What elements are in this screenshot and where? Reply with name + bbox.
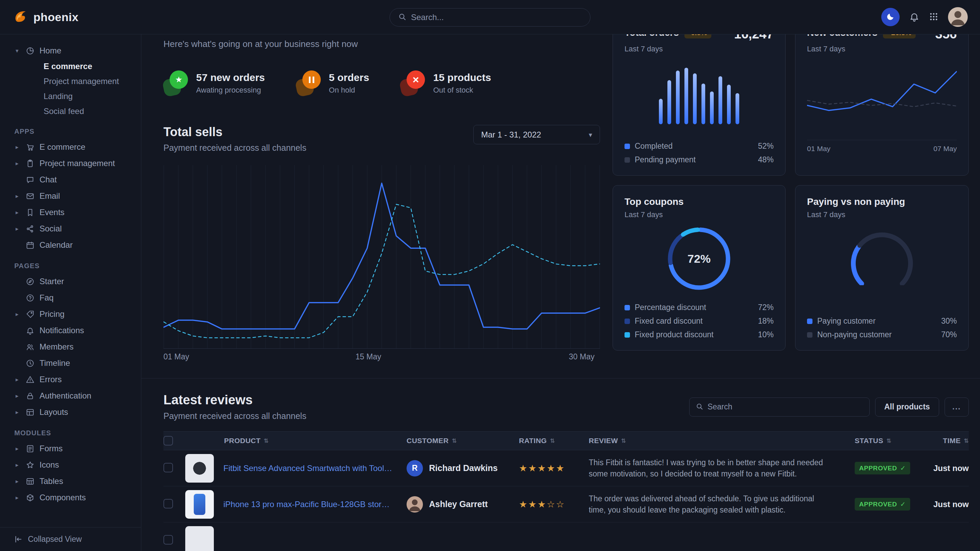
sidebar-item-label: Faq — [40, 293, 54, 303]
column-label: REVIEW — [589, 437, 618, 445]
collapse-label: Collapsed View — [28, 535, 82, 544]
sort-icon: ⇅ — [964, 437, 969, 445]
sidebar-subitem-social-feed[interactable]: Social feed — [0, 104, 141, 119]
sidebar-item-layouts[interactable]: ▸Layouts — [0, 404, 141, 420]
legend-value: 30% — [941, 316, 957, 326]
row-checkbox[interactable] — [164, 463, 173, 472]
help-icon — [25, 293, 34, 302]
sidebar-subitem-project-management[interactable]: Project management — [0, 74, 141, 89]
product-link[interactable]: Fitbit Sense Advanced Smartwatch with To… — [223, 464, 394, 473]
pie-icon — [25, 46, 34, 55]
sidebar-item-label: Starter — [40, 277, 64, 286]
sidebar-item-chat[interactable]: Chat — [0, 171, 141, 188]
review-cell: The order was delivered ahead of schedul… — [589, 493, 855, 515]
lock-icon — [25, 391, 34, 400]
sidebar-subitem-e-commerce[interactable]: E commerce — [0, 59, 141, 74]
sidebar-item-label: E commerce — [40, 142, 86, 152]
chevron-down-icon: ▾ — [589, 131, 592, 139]
select-all-checkbox[interactable] — [164, 436, 173, 446]
legend-value: 72% — [758, 303, 774, 312]
total-sells-subtitle: Payment received across all channels — [164, 143, 307, 153]
x-stat-icon: × — [401, 70, 425, 95]
row-checkbox[interactable] — [164, 535, 173, 545]
caret-icon: ▸ — [14, 160, 21, 167]
sidebar-item-label: Layouts — [40, 407, 68, 417]
more-options-button[interactable]: ... — [945, 397, 969, 416]
review-cell: This Fitbit is fantastic! I was trying t… — [589, 457, 855, 479]
brand[interactable]: phoenix — [12, 8, 78, 25]
sidebar-item-authentication[interactable]: ▸Authentication — [0, 387, 141, 404]
sidebar-item-notifications[interactable]: Notifications — [0, 322, 141, 339]
product-cell: Fitbit Sense Advanced Smartwatch with To… — [185, 454, 407, 483]
customer-cell: RRichard Dawkins — [407, 460, 519, 476]
stat-out-of-stock: ×15 productsOut of stock — [401, 70, 491, 95]
column-label: CUSTOMER — [407, 437, 449, 445]
column-header-product[interactable]: PRODUCT⇅ — [185, 437, 407, 445]
mail-icon — [25, 192, 34, 200]
sidebar-item-label: Members — [40, 342, 73, 352]
collapsed-view-button[interactable]: Collapsed View — [0, 527, 141, 551]
sidebar-item-project-management[interactable]: ▸Project management — [0, 155, 141, 171]
all-products-button[interactable]: All products — [875, 397, 939, 416]
sidebar-item-faq[interactable]: Faq — [0, 290, 141, 306]
caret-icon: ▸ — [14, 478, 21, 485]
sidebar-item-components[interactable]: ▸Components — [0, 489, 141, 506]
stat-caption: On hold — [329, 86, 369, 95]
sidebar-section-label: APPS — [0, 128, 141, 135]
share-icon — [25, 224, 34, 233]
total-sells-title: Total sells — [164, 125, 307, 139]
legend-label: Completed — [635, 141, 673, 151]
search-input[interactable] — [411, 13, 582, 22]
status-badge: APPROVED✓ — [855, 462, 910, 475]
legend-swatch — [625, 144, 630, 149]
sidebar-item-errors[interactable]: ▸Errors — [0, 371, 141, 387]
cart-icon — [25, 143, 34, 151]
legend-value: 10% — [758, 330, 774, 339]
sidebar-item-social[interactable]: ▸Social — [0, 221, 141, 237]
sidebar-item-home[interactable]: ▾Home — [0, 43, 141, 59]
check-icon: ✓ — [900, 464, 906, 472]
global-search[interactable] — [390, 8, 590, 27]
sidebar-item-tables[interactable]: ▸Tables — [0, 473, 141, 489]
product-link[interactable]: iPhone 13 pro max-Pacific Blue-128GB sto… — [223, 500, 394, 509]
user-avatar[interactable] — [948, 7, 968, 27]
total-orders-card: Total orders -6.8% 16,247 Last 7 days Co… — [612, 16, 786, 176]
column-header-review[interactable]: REVIEW⇅ — [589, 437, 855, 445]
sidebar-item-calendar[interactable]: Calendar — [0, 237, 141, 253]
sidebar-item-label: Tables — [40, 476, 63, 486]
apps-menu-button[interactable] — [929, 12, 939, 22]
sidebar-item-timeline[interactable]: Timeline — [0, 355, 141, 371]
column-header-rating[interactable]: RATING⇅ — [519, 437, 589, 445]
sidebar-item-starter[interactable]: Starter — [0, 273, 141, 290]
caret-icon: ▸ — [14, 144, 21, 151]
legend-item: Paying customer30% — [807, 316, 957, 326]
column-header-status[interactable]: STATUS⇅ — [855, 437, 924, 445]
column-label: STATUS — [855, 437, 883, 445]
paying-card: Paying vs non paying Last 7 days Paying … — [795, 185, 969, 351]
reviews-search-input[interactable] — [708, 402, 863, 411]
x-icon: × — [413, 74, 419, 85]
column-header-customer[interactable]: CUSTOMER⇅ — [407, 437, 519, 445]
sidebar-item-icons[interactable]: ▸Icons — [0, 457, 141, 473]
theme-toggle-button[interactable] — [881, 8, 900, 26]
row-checkbox[interactable] — [164, 499, 173, 508]
column-header-time[interactable]: TIME⇅ — [924, 437, 969, 445]
sidebar-item-e-commerce[interactable]: ▸E commerce — [0, 139, 141, 155]
date-range-select[interactable]: Mar 1 - 31, 2022 ▾ — [473, 125, 600, 144]
sidebar-item-pricing[interactable]: ▸Pricing — [0, 306, 141, 322]
sort-icon: ⇅ — [264, 437, 269, 445]
reviews-subtitle: Payment received across all channels — [164, 411, 307, 421]
sidebar-section-label: PAGES — [0, 262, 141, 270]
orders-bar-chart — [659, 66, 739, 124]
stat-disc: × — [407, 70, 425, 89]
sidebar-item-email[interactable]: ▸Email — [0, 188, 141, 204]
search-icon — [696, 403, 703, 411]
sidebar-item-members[interactable]: Members — [0, 339, 141, 355]
sidebar-item-forms[interactable]: ▸Forms — [0, 440, 141, 457]
table-row — [164, 522, 969, 551]
notifications-button[interactable] — [909, 11, 920, 23]
sidebar-item-events[interactable]: ▸Events — [0, 204, 141, 221]
sidebar-subitem-landing[interactable]: Landing — [0, 89, 141, 104]
stat-awating-processing: ★57 new ordersAwating processing — [164, 70, 265, 95]
reviews-search[interactable] — [689, 397, 870, 416]
